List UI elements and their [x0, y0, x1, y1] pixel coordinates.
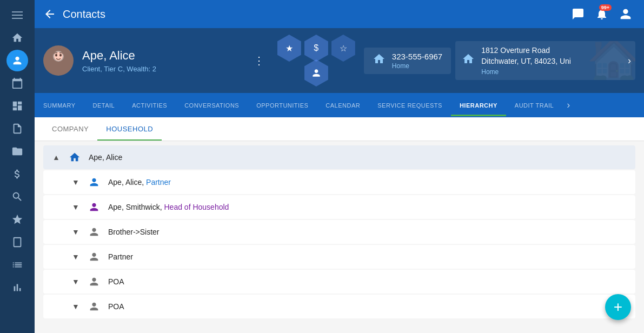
row-name: Ape, Alice, Partner — [108, 178, 171, 187]
sub-tabs: COMPANY HOUSEHOLD — [35, 117, 644, 141]
content-area: COMPANY HOUSEHOLD ▲ Ape, Alice ▼ Ape, Al… — [35, 117, 644, 333]
expand-icon[interactable]: ▼ — [69, 176, 82, 189]
table-row[interactable]: ▼ Partner — [43, 245, 635, 269]
tab-activities[interactable]: ACTIVITIES — [123, 95, 176, 116]
expand-icon[interactable]: ▼ — [69, 201, 82, 214]
svg-point-6 — [55, 54, 57, 57]
phone-number: 323-555-6967 — [392, 52, 442, 61]
sidebar-menu-icon[interactable] — [6, 4, 28, 26]
sidebar-dashboard-icon[interactable] — [6, 95, 28, 117]
svg-point-7 — [59, 54, 62, 57]
svg-rect-1 — [12, 15, 23, 16]
table-row[interactable]: ▼ Ape, Alice, Partner — [43, 170, 635, 194]
phone-section[interactable]: 323-555-6967 Home — [364, 48, 451, 74]
collapse-icon[interactable]: ▲ — [50, 151, 63, 164]
tab-conversations[interactable]: CONVERSATIONS — [176, 95, 248, 116]
address-section[interactable]: 🏠 1812 Overture Road Ditchwater, UT, 840… — [455, 41, 635, 79]
tab-opportunities[interactable]: OPPORTUNITIES — [248, 95, 317, 116]
svg-rect-0 — [12, 11, 23, 12]
tab-detail[interactable]: DETAIL — [84, 95, 124, 116]
phone-label: Home — [392, 62, 442, 70]
sidebar-star-icon[interactable] — [6, 209, 28, 230]
expand-icon[interactable]: ▼ — [69, 275, 82, 288]
person-icon — [87, 299, 102, 314]
table-row[interactable]: ▼ POA — [43, 270, 635, 294]
table-row[interactable]: ▼ Brother->Sister — [43, 220, 635, 244]
star-outline-badge[interactable]: ☆ — [331, 35, 355, 62]
subtab-household[interactable]: HOUSEHOLD — [97, 117, 162, 141]
sidebar-notes-icon[interactable] — [6, 118, 28, 139]
home-icon — [67, 150, 82, 165]
subtab-company[interactable]: COMPANY — [43, 117, 97, 141]
address-chevron-icon: › — [628, 55, 631, 66]
tab-calendar[interactable]: CALENDAR — [317, 95, 369, 116]
row-name: Partner — [108, 252, 133, 261]
sidebar-book-icon[interactable] — [6, 231, 28, 253]
sidebar-chart-icon[interactable] — [6, 277, 28, 298]
topbar: Contacts 99+ — [35, 0, 644, 28]
sidebar-dollar-icon[interactable] — [6, 163, 28, 185]
more-options-button[interactable]: ⋮ — [249, 50, 269, 71]
address-home-icon — [462, 52, 475, 69]
person-icon — [87, 199, 102, 215]
topbar-actions: 99+ — [568, 4, 635, 24]
person-icon — [87, 175, 102, 190]
person-icon — [87, 274, 102, 289]
sidebar-contacts-icon[interactable] — [6, 50, 28, 71]
tab-summary[interactable]: SUMMARY — [35, 95, 84, 116]
tab-service-requests[interactable]: SERVICE REQUESTS — [369, 95, 451, 116]
row-name: Ape, Smithwick, Head of Household — [108, 203, 229, 211]
contact-info: Ape, Alice Client, Tier C, Wealth: 2 — [82, 49, 249, 73]
dollar-badge[interactable]: $ — [304, 35, 328, 62]
sidebar — [0, 0, 35, 333]
avatar — [43, 45, 74, 76]
sidebar-tools-icon[interactable] — [6, 186, 28, 208]
tab-audit-trail[interactable]: AUDIT TRAIL — [506, 95, 562, 116]
back-button[interactable] — [43, 8, 56, 21]
nav-tabs: SUMMARY DETAIL ACTIVITIES CONVERSATIONS … — [35, 93, 644, 117]
tabs-more-button[interactable]: › — [562, 93, 574, 117]
table-row[interactable]: ▼ POA — [43, 295, 635, 318]
person-icon — [87, 224, 102, 239]
table-row[interactable]: ▲ Ape, Alice — [43, 145, 635, 169]
sidebar-folder-icon[interactable] — [6, 141, 28, 162]
table-row[interactable]: ▼ Ape, Smithwick, Head of Household — [43, 195, 635, 219]
sidebar-calendar-icon[interactable] — [6, 72, 28, 94]
person-badge[interactable] — [304, 59, 328, 86]
star-badge[interactable]: ★ — [277, 35, 301, 62]
add-fab-button[interactable]: + — [605, 294, 631, 320]
hierarchy-list: ▲ Ape, Alice ▼ Ape, Alice, Partner ▼ — [35, 141, 644, 324]
contact-subtitle: Client, Tier C, Wealth: 2 — [82, 65, 249, 73]
row-name: POA — [108, 277, 124, 286]
expand-icon[interactable]: ▼ — [69, 225, 82, 238]
sidebar-home-icon[interactable] — [6, 27, 28, 49]
svg-point-4 — [50, 63, 67, 74]
row-name: Ape, Alice — [89, 153, 122, 162]
row-name: POA — [108, 302, 124, 311]
tab-hierarchy[interactable]: HIERARCHY — [451, 95, 506, 116]
row-name: Brother->Sister — [108, 228, 160, 236]
notifications-button[interactable]: 99+ — [592, 4, 612, 24]
phone-info: 323-555-6967 Home — [392, 52, 442, 70]
sidebar-list-icon[interactable] — [6, 254, 28, 276]
person-icon — [87, 249, 102, 264]
contact-name: Ape, Alice — [82, 49, 249, 63]
contact-badges: ★ $ ☆ — [277, 35, 355, 86]
expand-icon[interactable]: ▼ — [69, 300, 82, 313]
chat-button[interactable] — [568, 4, 588, 24]
account-button[interactable] — [616, 4, 635, 24]
home-phone-icon — [373, 52, 386, 69]
expand-icon[interactable]: ▼ — [69, 250, 82, 263]
contact-header: Ape, Alice Client, Tier C, Wealth: 2 ⋮ ★… — [35, 28, 644, 93]
notifications-badge: 99+ — [599, 4, 612, 11]
page-title: Contacts — [63, 8, 568, 21]
main-content: Contacts 99+ — [35, 0, 644, 333]
svg-rect-2 — [12, 18, 23, 19]
